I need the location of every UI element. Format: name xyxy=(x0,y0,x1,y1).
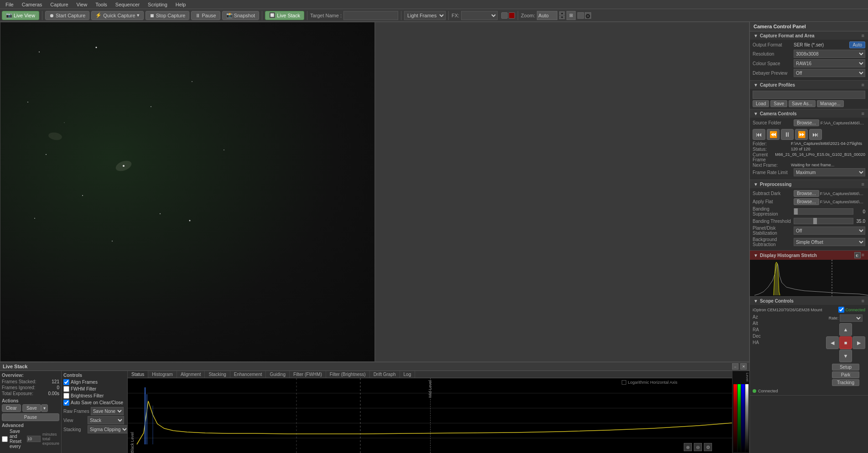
stacking-select[interactable]: Sigma Clipping xyxy=(88,425,129,433)
tab-filter-fwhm[interactable]: Filter (FWHM) xyxy=(290,371,326,378)
start-capture-button[interactable]: ⏺ Start Capture xyxy=(45,11,89,20)
chart-zoom-in-button[interactable]: ⊕ xyxy=(684,443,692,451)
live-view-button[interactable]: 📷 Live View xyxy=(2,11,39,20)
align-frames-checkbox[interactable] xyxy=(63,379,69,385)
capture-profiles-header[interactable]: ▼ Capture Profiles ≡ xyxy=(750,81,868,89)
view-select[interactable]: Stack xyxy=(88,416,124,424)
planet-disk-select[interactable]: Off xyxy=(794,226,865,235)
tab-filter-brightness[interactable]: Filter (Brightness) xyxy=(326,371,370,378)
color-button[interactable] xyxy=(577,12,584,19)
pause-live-stack-button[interactable]: Pause xyxy=(2,413,59,421)
auto-save-checkbox[interactable] xyxy=(63,400,69,406)
settings-icon-button[interactable]: ⚙ xyxy=(585,12,591,19)
tab-enhancement[interactable]: Enhancement xyxy=(230,371,266,378)
zoom-input[interactable] xyxy=(537,11,557,20)
tab-alignment[interactable]: Alignment xyxy=(177,371,205,378)
setup-button[interactable]: Setup xyxy=(832,364,859,371)
apply-flat-row: Apply Flat Browse... F:\AA_Captures\M66\… xyxy=(753,198,865,205)
chart-settings-button[interactable]: ⚙ xyxy=(704,443,712,451)
frame-rate-limit-select[interactable]: Maximum xyxy=(794,168,865,176)
subtract-dark-browse-button[interactable]: Browse... xyxy=(794,190,819,197)
light-frames-select[interactable]: Light Frames xyxy=(404,11,446,20)
dir-stop-button[interactable]: ■ xyxy=(839,336,852,349)
chart-zoom-out-button[interactable]: ⊖ xyxy=(694,443,702,451)
tab-stacking[interactable]: Stacking xyxy=(205,371,230,378)
menu-sequencer[interactable]: Sequencer xyxy=(112,1,143,8)
menu-help[interactable]: Help xyxy=(172,1,190,8)
stop-capture-button[interactable]: ⏹ Stop Capture xyxy=(146,11,190,20)
output-format-auto-button[interactable]: Auto xyxy=(849,41,865,48)
zoom-up-button[interactable]: ▲ xyxy=(559,11,565,15)
scope-action-buttons: Setup Park Tracking xyxy=(832,364,859,386)
brightness-filter-checkbox[interactable] xyxy=(63,393,69,399)
right-image-panel[interactable] xyxy=(375,22,750,362)
browse-source-folder-button[interactable]: Browse... xyxy=(794,119,819,126)
menu-tools[interactable]: Tools xyxy=(92,1,111,8)
planet-disk-row: Planet/Disk Stabilization Off xyxy=(753,226,865,236)
menu-cameras[interactable]: Cameras xyxy=(18,1,46,8)
menu-scripting[interactable]: Scripting xyxy=(144,1,171,8)
rate-select[interactable] xyxy=(840,314,863,322)
zoom-down-button[interactable]: ▼ xyxy=(559,15,565,19)
playback-prev-button[interactable]: ⏪ xyxy=(767,129,780,140)
fx-select[interactable] xyxy=(461,11,498,20)
debayer-preview-select[interactable]: Off xyxy=(794,69,865,77)
apply-flat-browse-button[interactable]: Browse... xyxy=(794,198,819,205)
fit-button[interactable]: ⊞ xyxy=(567,11,576,20)
save-dropdown-button[interactable]: ▾ xyxy=(41,404,48,412)
left-image-panel[interactable] xyxy=(0,22,375,362)
bottom-panel-minimize-button[interactable]: – xyxy=(732,363,738,370)
colour-space-select[interactable]: RAW16 xyxy=(794,59,865,67)
preprocessing-header[interactable]: ▼ Preprocessing ≡ xyxy=(750,180,868,188)
dir-down-button[interactable]: ▼ xyxy=(839,350,852,362)
camera-controls-header[interactable]: ▼ Camera Controls ≡ xyxy=(750,109,868,118)
capture-format-body: Output Format SER file (*.ser) Auto Reso… xyxy=(750,40,868,80)
save-reset-value-input[interactable] xyxy=(27,436,41,442)
save-profile-button[interactable]: Save xyxy=(770,100,787,107)
tab-log[interactable]: Log xyxy=(400,371,416,378)
save-as-profile-button[interactable]: Save As... xyxy=(789,100,816,107)
park-button[interactable]: Park xyxy=(832,371,859,378)
dir-up-button[interactable]: ▲ xyxy=(839,323,852,336)
profile-name-input[interactable] xyxy=(753,91,865,99)
load-profile-button[interactable]: Load xyxy=(753,100,769,107)
dir-left-button[interactable]: ◀ xyxy=(826,336,839,349)
fwhm-filter-checkbox[interactable] xyxy=(63,386,69,392)
dir-right-button[interactable]: ▶ xyxy=(852,336,865,349)
target-name-input[interactable] xyxy=(343,11,398,20)
scope-controls-header[interactable]: ▼ Scope Controls ≡ xyxy=(750,297,868,305)
save-reset-checkbox[interactable] xyxy=(2,436,8,442)
quick-capture-button[interactable]: ⚡ Quick Capture ▾ xyxy=(91,11,143,20)
capture-format-header[interactable]: ▼ Capture Format and Area ≡ xyxy=(750,31,868,40)
connected-checkbox[interactable] xyxy=(838,307,844,313)
output-format-row: Output Format SER file (*.ser) Auto xyxy=(753,41,865,48)
camera-control-title: Camera Control Panel xyxy=(754,24,806,29)
menu-view[interactable]: View xyxy=(73,1,91,8)
stretch-icon-1[interactable]: ◐ xyxy=(854,252,861,258)
playback-rewind-button[interactable]: ⏮ xyxy=(753,129,765,140)
bottom-panel-close-button[interactable]: ✕ xyxy=(740,363,747,370)
playback-pause-button[interactable]: ⏸ xyxy=(781,129,794,140)
tab-status[interactable]: Status xyxy=(128,371,148,378)
raw-frames-select[interactable]: Save None xyxy=(91,407,124,415)
tab-histogram[interactable]: Histogram xyxy=(148,371,177,378)
svg-point-10 xyxy=(160,213,161,214)
tracking-button[interactable]: Tracking xyxy=(832,379,859,386)
pause-button[interactable]: ⏸ Pause xyxy=(191,11,220,20)
live-stack-button[interactable]: 🔲 Live Stack xyxy=(265,11,304,20)
display-histogram-header[interactable]: ▼ Display Histogram Stretch ◐ ≡ xyxy=(750,251,868,260)
menu-capture[interactable]: Capture xyxy=(47,1,72,8)
playback-end-button[interactable]: ⏭ xyxy=(809,129,822,140)
save-button[interactable]: Save xyxy=(22,404,41,412)
menu-file[interactable]: File xyxy=(2,1,17,8)
tab-guiding[interactable]: Guiding xyxy=(266,371,289,378)
manage-profiles-button[interactable]: Manage... xyxy=(817,100,843,107)
tab-drift-graph[interactable]: Drift Graph xyxy=(370,371,400,378)
snapshot-button[interactable]: 📸 Snapshot xyxy=(222,11,259,20)
banding-suppression-slider[interactable] xyxy=(794,208,853,215)
resolution-select[interactable]: 3008x3008 xyxy=(794,50,865,58)
clear-button[interactable]: Clear xyxy=(2,404,21,412)
playback-next-button[interactable]: ⏩ xyxy=(795,129,808,140)
background-subtraction-select[interactable]: Simple Offset xyxy=(794,238,865,246)
banding-threshold-slider[interactable] xyxy=(794,218,853,224)
